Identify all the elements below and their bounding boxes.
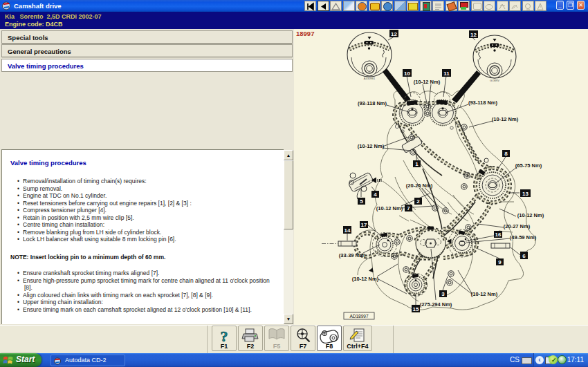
svg-text:5: 5	[360, 198, 363, 205]
svg-text:(65-75 Nm): (65-75 Nm)	[515, 162, 542, 169]
svg-text:7: 7	[407, 205, 410, 211]
svg-text:14: 14	[344, 227, 351, 234]
svg-text:(10-12 Nm): (10-12 Nm)	[414, 79, 441, 85]
svg-text:(10-12 Nm): (10-12 Nm)	[471, 291, 498, 297]
svg-text:13: 13	[522, 191, 529, 197]
svg-text:15: 15	[413, 306, 419, 312]
svg-text:(49-59 Nm): (49-59 Nm)	[510, 234, 537, 241]
svg-text:4: 4	[374, 191, 377, 198]
svg-text:(10-12 Nm): (10-12 Nm)	[352, 276, 379, 282]
svg-text:10: 10	[404, 70, 410, 77]
svg-text:(10-12 Nm): (10-12 Nm)	[376, 205, 403, 211]
svg-text:A4309B1: A4309B1	[364, 77, 376, 80]
svg-text:(20-27 Nm): (20-27 Nm)	[504, 223, 531, 229]
svg-text:3: 3	[441, 291, 445, 297]
svg-text:1: 1	[415, 161, 419, 167]
svg-text:12: 12	[391, 31, 397, 37]
svg-text:(33-39 Nm): (33-39 Nm)	[339, 252, 366, 258]
svg-text:(10-12 Nm): (10-12 Nm)	[358, 143, 385, 149]
svg-text:(10-12 Nm): (10-12 Nm)	[517, 212, 544, 218]
svg-text:GO8RV: GO8RV	[490, 79, 499, 82]
svg-text:16: 16	[495, 232, 502, 238]
svg-text:AD18997: AD18997	[349, 314, 368, 319]
svg-text:9: 9	[498, 259, 502, 265]
svg-text:17: 17	[361, 222, 367, 228]
svg-text:11: 11	[443, 70, 450, 77]
svg-text:(10-12 Nm): (10-12 Nm)	[492, 116, 519, 122]
svg-text:(93-118 Nm): (93-118 Nm)	[468, 100, 498, 106]
svg-text:(93-118 Nm): (93-118 Nm)	[358, 100, 387, 106]
svg-text:12: 12	[470, 32, 477, 38]
svg-text:18997: 18997	[296, 30, 314, 37]
svg-text:2: 2	[416, 198, 420, 205]
svg-text:?: ?	[221, 328, 228, 344]
svg-text:(20-26 Nm): (20-26 Nm)	[406, 182, 433, 189]
svg-text:6: 6	[522, 253, 526, 259]
svg-text:(275-294 Nm): (275-294 Nm)	[420, 301, 452, 308]
svg-text:8: 8	[504, 151, 508, 157]
